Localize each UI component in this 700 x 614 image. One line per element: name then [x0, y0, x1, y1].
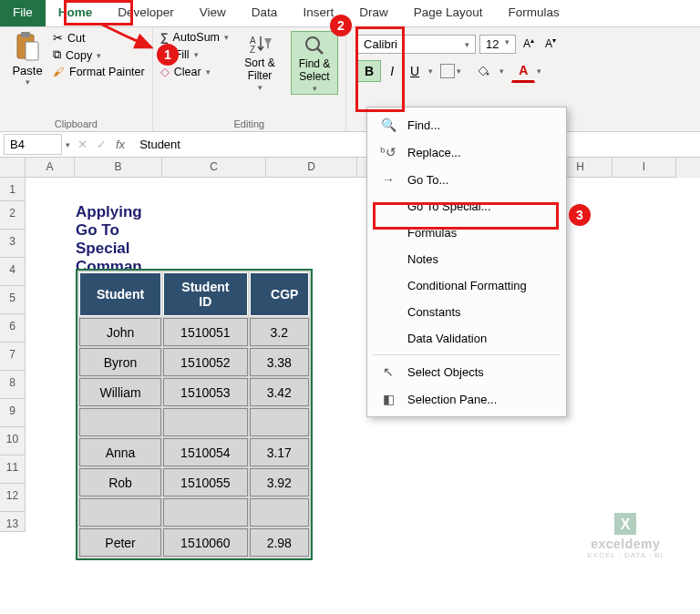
- copy-label: Copy: [66, 49, 92, 62]
- cell[interactable]: 1510052: [163, 348, 248, 376]
- menu-data-validation[interactable]: Data Validation: [367, 325, 566, 352]
- cell[interactable]: [79, 498, 161, 527]
- autosum-button[interactable]: ∑ AutoSum ▾: [160, 31, 229, 44]
- cell[interactable]: 1510060: [163, 528, 248, 557]
- tab-page-layout[interactable]: Page Layout: [401, 0, 496, 26]
- menu-find[interactable]: 🔍 Find...: [367, 111, 566, 138]
- cell[interactable]: 1510051: [163, 318, 248, 346]
- formula-input[interactable]: Student: [132, 135, 188, 154]
- tab-home[interactable]: Home: [46, 0, 106, 26]
- font-size-value: 12: [486, 37, 499, 51]
- row-header[interactable]: 3: [0, 230, 26, 258]
- cancel-formula-icon[interactable]: ✕: [77, 138, 88, 151]
- row-header[interactable]: 2: [0, 201, 26, 230]
- menu-replace[interactable]: ᵇ↺ Replace...: [367, 138, 566, 166]
- callout-badge-3: 3: [569, 204, 591, 226]
- cell[interactable]: [250, 408, 309, 436]
- tab-formulas[interactable]: Formulas: [495, 0, 571, 26]
- border-button[interactable]: [440, 64, 455, 78]
- enter-formula-icon[interactable]: ✓: [97, 138, 107, 151]
- cell[interactable]: 3.42: [250, 378, 309, 406]
- italic-button[interactable]: I: [383, 60, 401, 82]
- row-header[interactable]: 12: [0, 484, 26, 512]
- cell[interactable]: John: [79, 318, 161, 346]
- cell[interactable]: [163, 498, 248, 527]
- row-header[interactable]: 4: [0, 258, 26, 286]
- row-header[interactable]: 1: [0, 178, 26, 201]
- grow-font-button[interactable]: A▴: [520, 35, 538, 54]
- col-header[interactable]: I: [612, 158, 676, 178]
- clear-button[interactable]: ◇ Clear ▾: [160, 65, 229, 78]
- menu-selection-pane[interactable]: ◧ Selection Pane...: [367, 385, 566, 413]
- menu-goto[interactable]: → Go To...: [367, 166, 566, 193]
- menu-select-objects[interactable]: ↖ Select Objects: [367, 358, 566, 385]
- fx-icon[interactable]: fx: [116, 138, 125, 151]
- cell[interactable]: 3.38: [250, 348, 309, 376]
- shrink-font-button[interactable]: A▾: [541, 35, 560, 54]
- cell[interactable]: Peter: [79, 528, 161, 557]
- menu-cond-format[interactable]: Conditional Formatting: [367, 272, 566, 299]
- underline-button[interactable]: U: [403, 60, 427, 82]
- menu-formulas[interactable]: Formulas: [367, 220, 566, 246]
- cell[interactable]: [250, 498, 309, 527]
- cell[interactable]: William: [79, 378, 161, 406]
- chevron-down-icon: ▾: [499, 67, 504, 76]
- copy-button[interactable]: ⧉ Copy ▾: [53, 48, 145, 62]
- cell[interactable]: Anna: [79, 438, 161, 466]
- cell[interactable]: [163, 408, 248, 436]
- select-all-corner[interactable]: [0, 158, 26, 178]
- format-painter-button[interactable]: 🖌 Format Painter: [53, 66, 145, 78]
- col-header[interactable]: A: [26, 158, 75, 178]
- cut-button[interactable]: ✂ Cut: [53, 31, 145, 45]
- col-header[interactable]: C: [162, 158, 266, 178]
- row-header[interactable]: 10: [0, 427, 26, 455]
- cell[interactable]: 3.17: [250, 438, 309, 466]
- cell[interactable]: 3.92: [250, 468, 309, 496]
- chevron-down-icon: ▾: [505, 37, 510, 51]
- tab-view[interactable]: View: [187, 0, 239, 26]
- row-header[interactable]: 7: [0, 343, 26, 371]
- cell[interactable]: 1510055: [163, 468, 248, 496]
- fill-color-button[interactable]: [468, 60, 498, 82]
- tab-developer[interactable]: Developer: [105, 0, 187, 26]
- font-name-select[interactable]: Calibri ▾: [357, 35, 476, 54]
- cell[interactable]: 1510053: [163, 378, 248, 406]
- font-size-select[interactable]: 12 ▾: [479, 35, 516, 54]
- menu-notes[interactable]: Notes: [367, 246, 566, 272]
- col-header[interactable]: B: [75, 158, 162, 178]
- row-header[interactable]: 13: [0, 512, 26, 532]
- chevron-down-icon: ▾: [224, 33, 229, 42]
- cell[interactable]: 2.98: [250, 528, 309, 557]
- table-header[interactable]: Student: [79, 272, 161, 316]
- sort-filter-button[interactable]: A Z Sort & Filter ▾: [236, 31, 283, 95]
- row-header[interactable]: 6: [0, 314, 26, 343]
- name-box[interactable]: B4: [4, 134, 62, 155]
- find-select-button[interactable]: Find & Select ▾: [291, 31, 338, 95]
- cell[interactable]: 1510054: [163, 438, 248, 466]
- tab-data[interactable]: Data: [239, 0, 291, 26]
- bold-button[interactable]: B: [357, 60, 381, 82]
- row-header[interactable]: 5: [0, 286, 26, 314]
- cell[interactable]: [79, 408, 161, 436]
- cell[interactable]: Rob: [79, 468, 161, 496]
- tab-draw[interactable]: Draw: [346, 0, 401, 26]
- cell[interactable]: Byron: [79, 348, 161, 376]
- row-header[interactable]: 8: [0, 371, 26, 399]
- font-color-button[interactable]: A: [511, 59, 535, 83]
- row-header[interactable]: 9: [0, 399, 26, 427]
- row-header[interactable]: 11: [0, 455, 26, 484]
- table-row: [79, 498, 309, 527]
- cell[interactable]: 3.2: [250, 318, 309, 346]
- editing-group-label: Editing: [160, 117, 338, 129]
- paste-button[interactable]: Paste ▾: [7, 31, 47, 87]
- watermark-logo-icon: X: [612, 511, 638, 537]
- col-header[interactable]: D: [266, 158, 357, 178]
- table-header[interactable]: CGP: [250, 272, 309, 316]
- copy-icon: ⧉: [53, 48, 61, 62]
- table-row: Anna15100543.17: [79, 438, 309, 466]
- tab-file[interactable]: File: [0, 0, 46, 26]
- table-header[interactable]: Student ID: [163, 272, 248, 316]
- menu-constants[interactable]: Constants: [367, 299, 566, 325]
- callout-badge-1: 1: [157, 44, 179, 66]
- menu-goto-special[interactable]: Go To Special...: [367, 193, 566, 220]
